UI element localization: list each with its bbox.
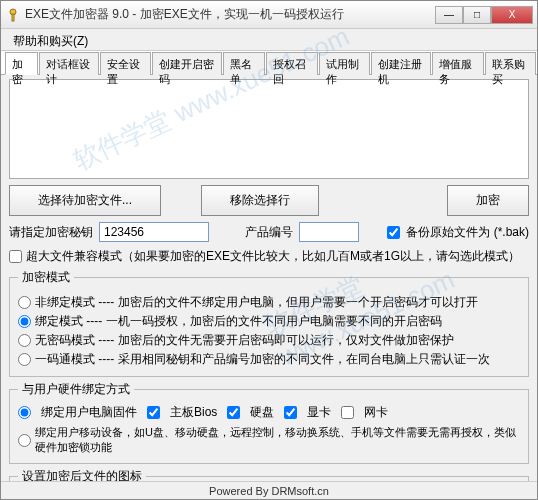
window-title: EXE文件加密器 9.0 - 加密EXE文件，实现一机一码授权运行 <box>25 6 435 23</box>
mode-nopass-radio[interactable] <box>18 334 31 347</box>
window-controls: — □ X <box>435 6 533 24</box>
mode-onecode-radio[interactable] <box>18 353 31 366</box>
tab-dialog-design[interactable]: 对话框设计 <box>39 52 100 75</box>
icon-group: 设置加密后文件的图标 指定加密后文件的图标 (*.ico) 选择 使用默认图标 <box>9 468 529 481</box>
tab-encrypt[interactable]: 加密 <box>5 52 38 75</box>
key-row: 请指定加密秘钥 产品编号 备份原始文件为 (*.bak) <box>9 222 529 242</box>
hw-firmware-label: 绑定用户电脑固件 <box>41 404 137 421</box>
minimize-button[interactable]: — <box>435 6 463 24</box>
tabbar: 加密 对话框设计 安全设置 创建开启密码 黑名单 授权召回 试用制作 创建注册机… <box>1 51 537 75</box>
svg-rect-1 <box>12 14 14 21</box>
menu-help-buy[interactable]: 帮助和购买(Z) <box>7 31 94 52</box>
tab-services[interactable]: 增值服务 <box>432 52 483 75</box>
hw-disk-label: 硬盘 <box>250 404 274 421</box>
maximize-button[interactable]: □ <box>463 6 491 24</box>
tab-security[interactable]: 安全设置 <box>100 52 151 75</box>
hw-mobile-label: 绑定用户移动设备，如U盘、移动硬盘，远程控制，移动换系统、手机等文件需要无需再授… <box>35 425 520 455</box>
file-list[interactable] <box>9 79 529 179</box>
large-mode-checkbox[interactable] <box>9 250 22 263</box>
close-button[interactable]: X <box>491 6 533 24</box>
hw-net-checkbox[interactable] <box>341 406 354 419</box>
hw-bind-legend: 与用户硬件绑定方式 <box>18 381 134 398</box>
large-mode-label: 超大文件兼容模式（如果要加密的EXE文件比较大，比如几百M或者1G以上，请勾选此… <box>26 248 520 265</box>
tab-blacklist[interactable]: 黑名单 <box>223 52 265 75</box>
remove-row-button[interactable]: 移除选择行 <box>201 185 319 216</box>
hw-disk-checkbox[interactable] <box>227 406 240 419</box>
encrypt-mode-legend: 加密模式 <box>18 269 74 286</box>
encrypt-button[interactable]: 加密 <box>447 185 529 216</box>
mode-bind-radio[interactable] <box>18 315 31 328</box>
menubar: 帮助和购买(Z) <box>1 29 537 51</box>
hw-bios-label: 主板Bios <box>170 404 217 421</box>
icon-legend: 设置加密后文件的图标 <box>18 468 146 481</box>
app-window: EXE文件加密器 9.0 - 加密EXE文件，实现一机一码授权运行 — □ X … <box>0 0 538 500</box>
hw-gpu-label: 显卡 <box>307 404 331 421</box>
hw-firmware-radio[interactable] <box>18 406 31 419</box>
action-buttons: 选择待加密文件... 移除选择行 加密 <box>9 185 529 216</box>
hw-net-label: 网卡 <box>364 404 388 421</box>
tab-keygen[interactable]: 创建注册机 <box>371 52 432 75</box>
tab-revoke[interactable]: 授权召回 <box>266 52 317 75</box>
product-no-input[interactable] <box>299 222 359 242</box>
titlebar: EXE文件加密器 9.0 - 加密EXE文件，实现一机一码授权运行 — □ X <box>1 1 537 29</box>
mode-nonbind-radio[interactable] <box>18 296 31 309</box>
tab-create-password[interactable]: 创建开启密码 <box>152 52 222 75</box>
hw-mobile-radio[interactable] <box>18 434 31 447</box>
product-no-label: 产品编号 <box>245 224 293 241</box>
backup-checkbox[interactable] <box>387 226 400 239</box>
mode-nopass-label: 无密码模式 ---- 加密后的文件无需要开启密码即可以运行，仅对文件做加密保护 <box>35 332 454 349</box>
hw-bios-checkbox[interactable] <box>147 406 160 419</box>
encrypt-mode-group: 加密模式 非绑定模式 ---- 加密后的文件不绑定用户电脑，但用户需要一个开启密… <box>9 269 529 377</box>
large-mode-row: 超大文件兼容模式（如果要加密的EXE文件比较大，比如几百M或者1G以上，请勾选此… <box>9 248 529 265</box>
hw-gpu-checkbox[interactable] <box>284 406 297 419</box>
mode-onecode-label: 一码通模式 ---- 采用相同秘钥和产品编号加密的不同文件，在同台电脑上只需认证… <box>35 351 490 368</box>
mode-nonbind-label: 非绑定模式 ---- 加密后的文件不绑定用户电脑，但用户需要一个开启密码才可以打… <box>35 294 478 311</box>
mode-bind-label: 绑定模式 ---- 一机一码授权，加密后的文件不同用户电脑需要不同的开启密码 <box>35 313 442 330</box>
select-file-button[interactable]: 选择待加密文件... <box>9 185 161 216</box>
app-icon <box>5 7 21 23</box>
footer: Powered By DRMsoft.cn <box>1 481 537 499</box>
tab-trial[interactable]: 试用制作 <box>319 52 370 75</box>
key-label: 请指定加密秘钥 <box>9 224 93 241</box>
backup-label: 备份原始文件为 (*.bak) <box>406 224 529 241</box>
key-input[interactable] <box>99 222 209 242</box>
hw-bind-group: 与用户硬件绑定方式 绑定用户电脑固件 主板Bios 硬盘 显卡 网卡 绑定用户移… <box>9 381 529 464</box>
content-area: 选择待加密文件... 移除选择行 加密 请指定加密秘钥 产品编号 备份原始文件为… <box>1 75 537 481</box>
tab-contact[interactable]: 联系购买 <box>485 52 536 75</box>
